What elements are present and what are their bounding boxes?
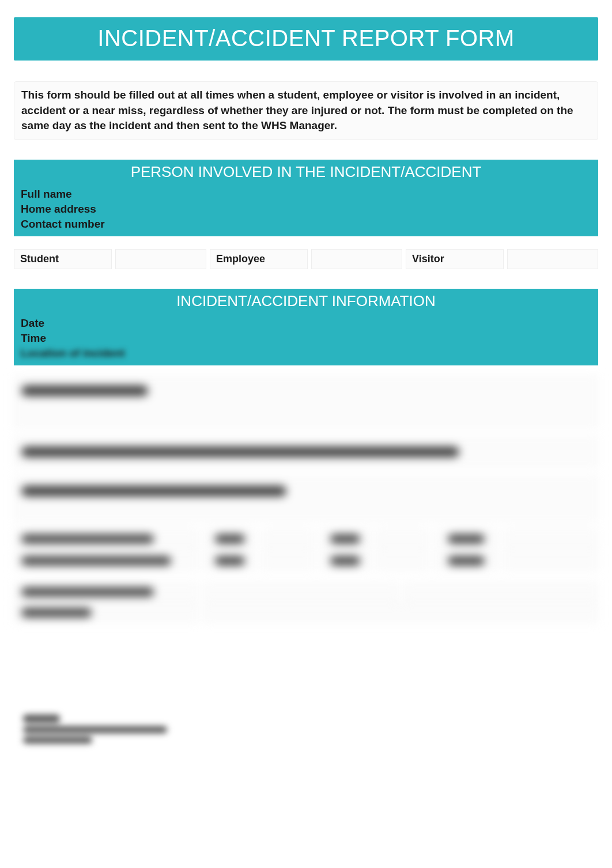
row-full-name: Full name bbox=[14, 187, 598, 202]
row-location: Location of incident bbox=[14, 346, 598, 361]
row-date: Date bbox=[14, 316, 598, 331]
label-full-name: Full name bbox=[14, 187, 135, 202]
footer-blurred bbox=[23, 711, 167, 747]
opt-no[interactable] bbox=[319, 529, 371, 549]
input-home-address[interactable] bbox=[135, 202, 598, 216]
section-person-heading: PERSON INVOLVED IN THE INCIDENT/ACCIDENT bbox=[14, 160, 598, 186]
role-visitor-checkbox[interactable] bbox=[507, 249, 598, 269]
treatment-row-2 bbox=[14, 551, 598, 571]
instructions-text: This form should be filled out at all ti… bbox=[14, 81, 598, 140]
check-no[interactable] bbox=[377, 529, 429, 549]
label-treatment-provided bbox=[14, 529, 198, 549]
input-time[interactable] bbox=[135, 331, 598, 345]
opt-other[interactable] bbox=[435, 551, 498, 571]
opt-onsite[interactable] bbox=[204, 551, 256, 571]
person-fields-block: Full name Home address Contact number bbox=[14, 186, 598, 236]
treatment-row-1 bbox=[14, 529, 598, 549]
footer-line-1 bbox=[23, 715, 60, 723]
row-home-address: Home address bbox=[14, 202, 598, 217]
label-injured bbox=[21, 486, 286, 496]
row-time: Time bbox=[14, 331, 598, 346]
input-extra[interactable] bbox=[204, 603, 598, 622]
opt-refused[interactable] bbox=[435, 529, 498, 549]
role-row: Student Employee Visitor bbox=[14, 249, 598, 269]
incident-description-box[interactable] bbox=[14, 376, 598, 428]
role-employee-label: Employee bbox=[210, 249, 308, 269]
input-full-name[interactable] bbox=[135, 187, 598, 201]
input-report-date[interactable] bbox=[404, 582, 598, 602]
injured-box[interactable] bbox=[14, 476, 598, 521]
row-contact-number: Contact number bbox=[14, 217, 598, 232]
footer-line-2 bbox=[23, 726, 167, 733]
role-student-checkbox[interactable] bbox=[115, 249, 206, 269]
label-contact-number: Contact number bbox=[14, 217, 135, 232]
opt-yes[interactable] bbox=[204, 529, 256, 549]
check-refused[interactable] bbox=[504, 529, 598, 549]
input-reporter-name[interactable] bbox=[204, 582, 398, 602]
label-time: Time bbox=[14, 331, 135, 346]
label-date-of-report bbox=[14, 603, 198, 622]
label-date: Date bbox=[14, 316, 135, 331]
label-reporter-name bbox=[14, 582, 198, 602]
form-title: INCIDENT/ACCIDENT REPORT FORM bbox=[14, 17, 598, 61]
check-yes[interactable] bbox=[262, 529, 313, 549]
reporter-row-2 bbox=[14, 603, 598, 622]
witnesses-box[interactable] bbox=[14, 437, 598, 467]
opt-hospital[interactable] bbox=[319, 551, 371, 571]
role-student-label: Student bbox=[14, 249, 112, 269]
label-location: Location of incident bbox=[14, 346, 135, 361]
blurred-content bbox=[14, 376, 598, 622]
input-date[interactable] bbox=[135, 316, 598, 330]
footer-line-3 bbox=[23, 737, 92, 744]
section-info-heading: INCIDENT/ACCIDENT INFORMATION bbox=[14, 289, 598, 315]
label-witnesses bbox=[21, 447, 459, 457]
input-location[interactable] bbox=[135, 346, 598, 360]
check-hospital[interactable] bbox=[377, 551, 429, 571]
input-contact-number[interactable] bbox=[135, 217, 598, 231]
label-home-address: Home address bbox=[14, 202, 135, 217]
check-other[interactable] bbox=[504, 551, 598, 571]
label-incident-description bbox=[21, 386, 148, 396]
label-where-treatment bbox=[14, 551, 198, 571]
info-fields-block: Date Time Location of incident bbox=[14, 315, 598, 365]
reporter-row bbox=[14, 582, 598, 602]
role-employee-checkbox[interactable] bbox=[311, 249, 402, 269]
role-visitor-label: Visitor bbox=[406, 249, 504, 269]
check-onsite[interactable] bbox=[262, 551, 313, 571]
